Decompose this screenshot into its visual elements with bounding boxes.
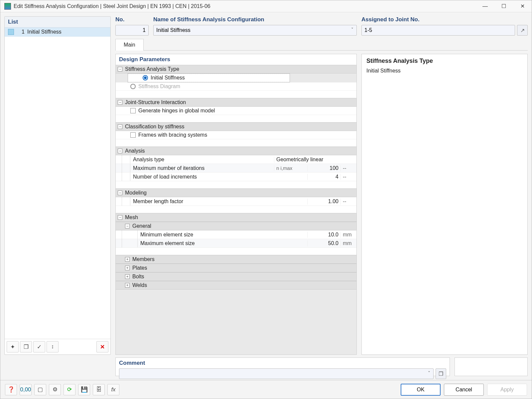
- row-load-increments: Number of load increments 4 --: [116, 173, 356, 181]
- assigned-label: Assigned to Joint No.: [361, 16, 528, 23]
- minimize-button[interactable]: —: [476, 0, 494, 12]
- comment-box: Comment ❐: [115, 357, 450, 376]
- help-button[interactable]: ❓: [5, 384, 17, 395]
- bottom-tool-icons: ❓ 0,00 ▢ ⚙ ⟳ 💾 🗄 fx: [5, 384, 119, 395]
- fx-button[interactable]: fx: [107, 384, 119, 395]
- new-item-button[interactable]: ✦: [7, 341, 19, 352]
- radio-initial-stiffness[interactable]: Initial Stiffness: [128, 74, 290, 82]
- comment-row: Comment ❐: [111, 357, 528, 376]
- section-mesh[interactable]: − Mesh: [116, 213, 356, 222]
- tab-strip: Main: [115, 39, 528, 51]
- units-button[interactable]: 0,00: [20, 384, 32, 395]
- section-mesh-plates[interactable]: + Plates: [116, 264, 356, 272]
- row-max-iterations: Maximum number of iterations n i,max 100…: [116, 164, 356, 173]
- section-mesh-general[interactable]: − General: [116, 222, 356, 230]
- no-label: No.: [115, 16, 149, 23]
- content-area: List 1 Initial Stiffness ✦ ❐ ✓ ↕ ✕ No.: [0, 12, 532, 380]
- info-text: Initial Stiffness: [366, 68, 523, 74]
- check-button[interactable]: ✓: [33, 341, 45, 352]
- copy-item-button[interactable]: ❐: [20, 341, 32, 352]
- collapse-icon[interactable]: −: [118, 124, 122, 129]
- section-mesh-members[interactable]: + Members: [116, 255, 356, 264]
- save-button[interactable]: 💾: [78, 384, 90, 395]
- section-analysis[interactable]: − Analysis: [116, 147, 356, 155]
- expand-icon[interactable]: +: [125, 266, 130, 270]
- row-member-length-factor: Member length factor 1.00 --: [116, 197, 356, 206]
- section-modeling[interactable]: − Modeling: [116, 189, 356, 197]
- row-min-element-size: Minimum element size 10.0 mm: [116, 230, 356, 239]
- collapse-icon[interactable]: −: [118, 191, 122, 195]
- radio-icon: [143, 75, 148, 80]
- collapse-icon[interactable]: −: [118, 100, 122, 105]
- expand-icon[interactable]: +: [125, 274, 130, 279]
- row-max-element-size: Maximum element size 50.0 mm: [116, 239, 356, 248]
- sort-button[interactable]: ↕: [47, 341, 59, 352]
- name-label: Name of Stiffness Analysis Configuration: [153, 16, 357, 23]
- parameters-body: − Stiffness Analysis Type Initial Stiffn…: [116, 65, 356, 354]
- pick-joint-button[interactable]: ↗: [517, 25, 528, 36]
- no-input[interactable]: [115, 25, 149, 36]
- display-button[interactable]: ▢: [34, 384, 46, 395]
- section-interaction[interactable]: − Joint-Structure Interaction: [116, 98, 356, 107]
- maximize-button[interactable]: ☐: [494, 0, 513, 12]
- list-item-label: Initial Stiffness: [27, 29, 62, 35]
- comment-more-button[interactable]: ❐: [436, 368, 446, 379]
- parameters-header: Design Parameters: [116, 54, 356, 65]
- dialog-window: Edit Stiffness Analysis Configuration | …: [0, 0, 532, 399]
- parameters-panel: Design Parameters − Stiffness Analysis T…: [115, 54, 357, 355]
- check-bracing-systems[interactable]: Frames with bracing systems: [116, 131, 356, 139]
- section-mesh-bolts[interactable]: + Bolts: [116, 272, 356, 281]
- collapse-icon[interactable]: −: [118, 67, 122, 71]
- collapse-icon[interactable]: −: [125, 224, 130, 228]
- color-swatch: [8, 29, 14, 35]
- assigned-group: Assigned to Joint No. ↗: [361, 16, 528, 36]
- section-mesh-welds[interactable]: + Welds: [116, 281, 356, 290]
- window-title: Edit Stiffness Analysis Configuration | …: [14, 3, 476, 9]
- comment-label: Comment: [119, 360, 446, 366]
- list-body: 1 Initial Stiffness: [5, 28, 110, 339]
- db-button[interactable]: 🗄: [93, 384, 105, 395]
- ok-button[interactable]: OK: [401, 384, 441, 396]
- radio-stiffness-diagram: Stiffness Diagram: [116, 82, 356, 91]
- comment-input[interactable]: [119, 368, 434, 379]
- check-generate-hinges[interactable]: Generate hinges in global model: [116, 107, 356, 115]
- list-item-num: 1: [17, 29, 25, 35]
- list-toolbar: ✦ ❐ ✓ ↕ ✕: [5, 339, 110, 354]
- name-group: Name of Stiffness Analysis Configuration: [153, 16, 357, 36]
- cancel-button[interactable]: Cancel: [444, 384, 484, 396]
- expand-icon[interactable]: +: [125, 257, 130, 262]
- close-button[interactable]: ✕: [513, 0, 532, 12]
- name-input[interactable]: [153, 25, 357, 36]
- assigned-input[interactable]: [361, 25, 515, 36]
- section-classification[interactable]: − Classification by stiffness: [116, 122, 356, 131]
- info-title: Stiffness Analysis Type: [366, 58, 523, 65]
- model-button[interactable]: ⚙: [49, 384, 61, 395]
- list-panel: List 1 Initial Stiffness ✦ ❐ ✓ ↕ ✕: [4, 16, 111, 355]
- tab-main[interactable]: Main: [115, 39, 144, 51]
- titlebar: Edit Stiffness Analysis Configuration | …: [0, 0, 532, 12]
- preview-box: [455, 357, 528, 376]
- collapse-icon[interactable]: −: [118, 215, 122, 220]
- apply-button: Apply: [487, 384, 527, 396]
- checkbox-icon: [130, 108, 136, 113]
- reload-button[interactable]: ⟳: [64, 384, 75, 395]
- section-stiffness-type[interactable]: − Stiffness Analysis Type: [116, 65, 356, 73]
- bottom-bar: ❓ 0,00 ▢ ⚙ ⟳ 💾 🗄 fx OK Cancel Apply: [0, 380, 532, 399]
- list-item[interactable]: 1 Initial Stiffness: [5, 28, 110, 37]
- checkbox-icon: [130, 132, 136, 138]
- row-analysis-type: Analysis type Geometrically linear: [116, 155, 356, 164]
- main-split: Design Parameters − Stiffness Analysis T…: [115, 54, 528, 355]
- expand-icon[interactable]: +: [125, 283, 130, 288]
- no-group: No.: [115, 16, 149, 36]
- list-header: List: [5, 17, 110, 28]
- info-panel: Stiffness Analysis Type Initial Stiffnes…: [361, 54, 528, 355]
- delete-item-button[interactable]: ✕: [96, 341, 108, 352]
- collapse-icon[interactable]: −: [118, 149, 122, 153]
- radio-icon: [130, 84, 136, 89]
- right-side: No. Name of Stiffness Analysis Configura…: [111, 16, 528, 355]
- top-fields: No. Name of Stiffness Analysis Configura…: [115, 16, 528, 36]
- app-icon: [4, 3, 11, 10]
